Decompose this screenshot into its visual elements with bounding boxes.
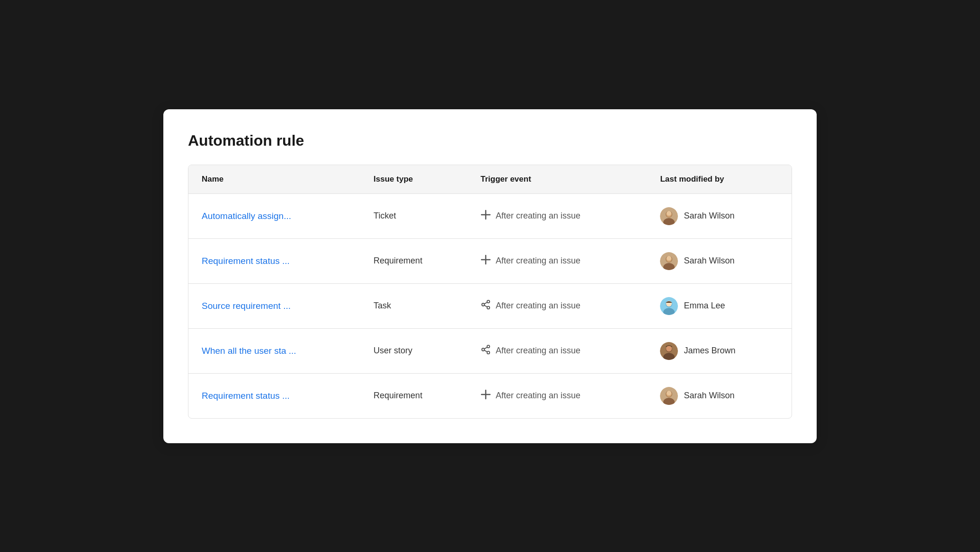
issue-type-cell: Requirement [360, 373, 467, 418]
issue-type-value: Requirement [374, 391, 422, 400]
table-row: Source requirement ... Task After creati… [188, 283, 792, 328]
avatar [660, 342, 678, 360]
svg-line-26 [484, 350, 487, 352]
trigger-event-label: After creating an issue [496, 346, 580, 356]
rule-name-cell: Requirement status ... [188, 238, 360, 283]
modified-by-cell: Sarah Wilson [647, 193, 792, 238]
trigger-event-cell: After creating an issue [467, 328, 647, 373]
automation-rule-card: Automation rule Name Issue type Trigger … [163, 109, 817, 443]
issue-type-value: User story [374, 346, 412, 355]
table-header-row: Name Issue type Trigger event Last modif… [188, 165, 792, 194]
svg-point-23 [487, 345, 490, 348]
trigger-event-label: After creating an issue [496, 391, 580, 401]
rule-name-link[interactable]: Requirement status ... [202, 391, 290, 401]
trigger-event-label: After creating an issue [496, 301, 580, 311]
modified-by-cell: Sarah Wilson [647, 373, 792, 418]
trigger-event-label: After creating an issue [496, 256, 580, 266]
issue-type-value: Ticket [374, 211, 396, 220]
trigger-event-cell: After creating an issue [467, 283, 647, 328]
table-row: When all the user sta ... User story Aft… [188, 328, 792, 373]
rule-name-cell: When all the user sta ... [188, 328, 360, 373]
svg-point-14 [487, 300, 490, 303]
modified-by-cell: James Brown [647, 328, 792, 373]
issue-type-cell: User story [360, 328, 467, 373]
svg-point-13 [667, 256, 671, 261]
svg-point-6 [667, 211, 671, 216]
modifier-name: Sarah Wilson [684, 391, 734, 401]
trigger-event-label: After creating an issue [496, 211, 580, 221]
svg-point-25 [487, 351, 490, 354]
page-title: Automation rule [188, 132, 792, 149]
avatar [660, 387, 678, 405]
svg-line-17 [484, 305, 487, 307]
plus-icon [481, 210, 491, 222]
avatar [660, 252, 678, 270]
col-header-issue-type: Issue type [360, 165, 467, 194]
modified-by-cell: Emma Lee [647, 283, 792, 328]
svg-line-27 [484, 347, 487, 349]
modifier-name: Sarah Wilson [684, 211, 734, 221]
table-row: Automatically assign... Ticket After cre… [188, 193, 792, 238]
rule-name-cell: Requirement status ... [188, 373, 360, 418]
svg-point-24 [482, 348, 485, 351]
issue-type-value: Requirement [374, 256, 422, 265]
modifier-name: Sarah Wilson [684, 256, 734, 266]
issue-type-cell: Requirement [360, 238, 467, 283]
share-icon [481, 299, 491, 312]
trigger-event-cell: After creating an issue [467, 238, 647, 283]
avatar [660, 207, 678, 225]
svg-point-16 [487, 307, 490, 309]
issue-type-cell: Task [360, 283, 467, 328]
plus-icon [481, 389, 491, 402]
issue-type-value: Task [374, 301, 391, 310]
share-icon [481, 344, 491, 357]
rule-name-link[interactable]: Automatically assign... [202, 211, 291, 221]
avatar [660, 297, 678, 315]
table-row: Requirement status ... Requirement After… [188, 238, 792, 283]
table-wrapper: Name Issue type Trigger event Last modif… [188, 165, 792, 419]
table-row: Requirement status ... Requirement After… [188, 373, 792, 418]
modifier-name: James Brown [684, 346, 735, 356]
col-header-trigger-event: Trigger event [467, 165, 647, 194]
rule-name-link[interactable]: When all the user sta ... [202, 346, 296, 356]
rule-name-link[interactable]: Requirement status ... [202, 256, 290, 266]
trigger-event-cell: After creating an issue [467, 373, 647, 418]
modifier-name: Emma Lee [684, 301, 725, 311]
col-header-last-modified: Last modified by [647, 165, 792, 194]
svg-point-15 [482, 303, 485, 306]
svg-line-18 [484, 302, 487, 304]
automation-rules-table: Name Issue type Trigger event Last modif… [188, 165, 792, 418]
svg-point-31 [666, 346, 672, 351]
modified-by-cell: Sarah Wilson [647, 238, 792, 283]
trigger-event-cell: After creating an issue [467, 193, 647, 238]
plus-icon [481, 254, 491, 267]
svg-point-38 [667, 391, 671, 395]
rule-name-link[interactable]: Source requirement ... [202, 301, 291, 311]
rule-name-cell: Automatically assign... [188, 193, 360, 238]
rule-name-cell: Source requirement ... [188, 283, 360, 328]
issue-type-cell: Ticket [360, 193, 467, 238]
col-header-name: Name [188, 165, 360, 194]
